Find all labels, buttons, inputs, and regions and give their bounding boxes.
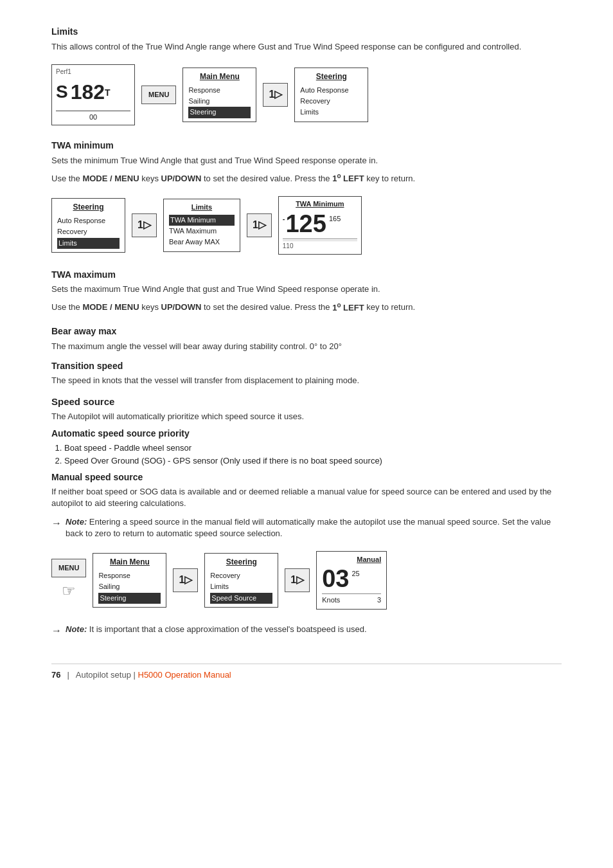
manual-knots-label: Knots <box>322 595 340 605</box>
page-footer: 76 | Autopilot setup | H5000 Operation M… <box>51 664 562 681</box>
perf-bottom: 00 <box>56 111 130 122</box>
main-menu-item-sailing-1[interactable]: Sailing <box>188 96 251 107</box>
main-menu-title-1: Main Menu <box>188 71 251 82</box>
main-menu-item-response-1[interactable]: Response <box>188 85 251 96</box>
limits-title: Limits <box>51 26 562 39</box>
steering-menu-2: Steering Auto Response Recovery Limits <box>51 198 125 253</box>
note-arrow-1: → <box>51 516 62 530</box>
steering-item-auto-1[interactable]: Auto Response <box>300 85 362 96</box>
steering-menu-1: Steering Auto Response Recovery Limits <box>294 68 368 122</box>
main-menu-response-2[interactable]: Response <box>98 570 161 581</box>
note-content-2: It is important that a close approximati… <box>89 624 367 634</box>
note-content-1: Entering a speed source in the manual fi… <box>66 517 551 538</box>
speed-source-title: Speed source <box>51 395 562 408</box>
main-menu-screen-1: Main Menu Response Sailing Steering <box>182 68 256 122</box>
twa-min-value-row: - 125 165 <box>283 212 357 236</box>
steering-item-limits-2[interactable]: Limits <box>57 238 120 249</box>
main-menu-item-steering-1[interactable]: Steering <box>188 107 251 118</box>
screens-row-1: Perf1 S 182 T 00 MENU Main Menu Response… <box>51 64 562 125</box>
twa-max-instruction: Use the MODE / MENU keys UP/DOWN to set … <box>51 300 562 314</box>
footer-manual-title: H5000 Operation Manual <box>138 670 231 680</box>
steering-item-limits-1[interactable]: Limits <box>300 107 362 118</box>
arrow-btn-1[interactable]: 1▷ <box>263 83 288 106</box>
twa-min-screen: TWA Minimum - 125 165 110 <box>278 196 362 254</box>
twa-min-bottom-line: 110 <box>283 240 357 251</box>
steering-menu-title-1: Steering <box>300 71 362 82</box>
perf-number: 182 <box>71 78 105 107</box>
arrow-btn-3[interactable]: 1▷ <box>247 213 272 237</box>
footer-section: Autopilot setup | H5000 Operation Manual <box>76 669 231 681</box>
priority-item-2: Speed Over Ground (SOG) - GPS sensor (On… <box>64 455 562 467</box>
steering-recovery-title: Steering <box>210 557 272 568</box>
menu-button-2[interactable]: MENU <box>51 559 86 577</box>
manual-title: Manual <box>322 555 381 565</box>
page-content: Limits This allows control of the True W… <box>0 0 613 719</box>
manual-speed-title: Manual speed source <box>51 471 562 484</box>
main-menu-title-2: Main Menu <box>98 557 161 568</box>
mode-menu-bold-1: MODE / MENU <box>82 174 139 183</box>
steering-recovery-screen: Steering Recovery Limits Speed Source <box>204 553 278 608</box>
note-text-2: Note: It is important that a close appro… <box>66 624 367 635</box>
transition-speed-section: Transition speed The speed in knots that… <box>51 360 562 387</box>
steering-speed-source-item[interactable]: Speed Source <box>210 593 272 604</box>
note-arrow-2: → <box>51 624 62 638</box>
twa-minimum-section: TWA minimum Sets the minimum True Wind A… <box>51 140 562 255</box>
note-label-2: Note: <box>66 624 87 634</box>
arrow-btn-5[interactable]: 1▷ <box>285 568 310 592</box>
footer-separator: | <box>67 669 69 681</box>
auto-speed-priority-list: Boat speed - Paddle wheel sensor Speed O… <box>64 442 562 467</box>
limits-item-bear-away[interactable]: Bear Away MAX <box>169 237 235 248</box>
main-menu-screen-2: Main Menu Response Sailing Steering <box>93 553 166 608</box>
note-block-1: → Note: Entering a speed source in the m… <box>51 516 562 539</box>
manual-bottom-right: 3 <box>377 595 381 605</box>
screens-row-2: Steering Auto Response Recovery Limits 1… <box>51 196 562 254</box>
limits-item-twa-min[interactable]: TWA Minimum <box>169 215 235 226</box>
manual-number: 03 <box>322 566 349 591</box>
twa-min-screen-title: TWA Minimum <box>283 199 357 209</box>
updown-bold-2: UP/DOWN <box>161 303 202 312</box>
twa-minus-sign: - <box>283 214 285 224</box>
mode-menu-bold-2: MODE / MENU <box>82 303 139 312</box>
updown-bold-1: UP/DOWN <box>161 174 202 183</box>
steering-item-recovery-1[interactable]: Recovery <box>300 96 362 107</box>
note-text-1: Note: Entering a speed source in the man… <box>66 516 562 539</box>
twa-min-number: 125 <box>285 212 326 236</box>
twa-min-instruction: Use the MODE / MENU keys UP/DOWN to set … <box>51 172 562 185</box>
twa-max-title: TWA maximum <box>51 269 562 282</box>
limits-item-twa-max[interactable]: TWA Maximum <box>169 226 235 237</box>
steering-item-auto-2[interactable]: Auto Response <box>57 215 120 226</box>
footer-sep-2: | <box>134 670 138 680</box>
footer-page-number: 76 <box>51 669 60 681</box>
arrow-btn-4[interactable]: 1▷ <box>173 568 198 592</box>
speed-source-section: Speed source The Autopilot will automati… <box>51 395 562 638</box>
screens-row-3: MENU ☞ Main Menu Response Sailing Steeri… <box>51 551 562 610</box>
steering-recovery-item[interactable]: Recovery <box>210 570 272 581</box>
manual-value-row: 03 25 <box>322 566 381 591</box>
footer-section-text: Autopilot setup <box>76 670 131 680</box>
twa-maximum-section: TWA maximum Sets the maximum True Wind A… <box>51 269 562 314</box>
menu-btn-with-cursor: MENU ☞ <box>51 559 86 602</box>
main-menu-steering-2[interactable]: Steering <box>98 593 161 604</box>
steering-item-recovery-2[interactable]: Recovery <box>57 226 120 237</box>
main-menu-sailing-2[interactable]: Sailing <box>98 581 161 592</box>
cursor-icon: ☞ <box>62 580 76 602</box>
limits-body: This allows control of the True Wind Ang… <box>51 41 562 53</box>
bear-away-body: The maximum angle the vessel will bear a… <box>51 341 562 352</box>
perf-label: Perf1 <box>56 68 130 77</box>
perf-row: S 182 T <box>56 78 130 107</box>
priority-item-1: Boat speed - Paddle wheel sensor <box>64 442 562 454</box>
steering-menu-title-2: Steering <box>57 202 120 213</box>
manual-bottom: Knots 3 <box>322 593 381 605</box>
arrow-btn-2[interactable]: 1▷ <box>132 213 157 237</box>
auto-speed-priority-title: Automatic speed source priority <box>51 428 562 440</box>
steering-limits-item[interactable]: Limits <box>210 581 272 592</box>
perf-unit: T <box>105 87 111 100</box>
transition-speed-body: The speed in knots that the vessel will … <box>51 375 562 386</box>
menu-button[interactable]: MENU <box>141 86 176 104</box>
speed-source-body: The Autopilot will automatically priorit… <box>51 411 562 422</box>
perf-screen: Perf1 S 182 T 00 <box>51 64 135 125</box>
twa-max-body: Sets the maximum True Wind Angle that gu… <box>51 284 562 295</box>
priority-item-2-text: Speed Over Ground (SOG) - GPS sensor (On… <box>64 456 382 466</box>
limits-screen: Limits TWA Minimum TWA Maximum Bear Away… <box>163 199 240 252</box>
limits-screen-title: Limits <box>169 203 235 212</box>
